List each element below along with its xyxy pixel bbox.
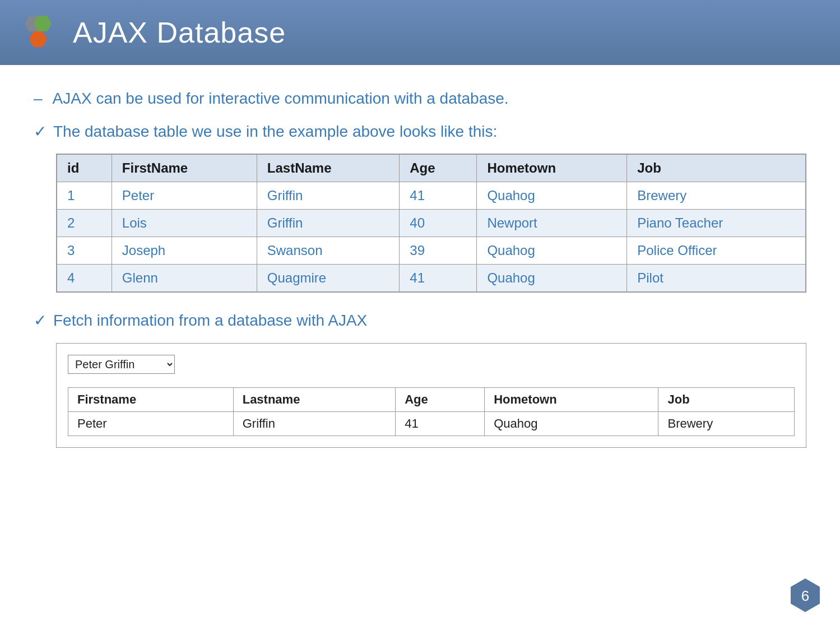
demo-table-row: PeterGriffin41QuahogBrewery (68, 411, 795, 436)
demo-table-cell: Peter (68, 411, 234, 436)
col-id: id (57, 155, 112, 182)
dash-icon: – (34, 87, 43, 109)
logo-icon (17, 10, 62, 55)
demo-col-lastname: Lastname (233, 387, 395, 411)
table-cell: Griffin (257, 210, 400, 237)
check-icon-2: ✓ (34, 309, 47, 331)
bullet-3: ✓ Fetch information from a database with… (34, 309, 806, 331)
demo-header-row: Firstname Lastname Age Hometown Job (68, 387, 795, 411)
table-row: 2LoisGriffin40NewportPiano Teacher (57, 210, 806, 237)
table-cell: Quahog (477, 182, 627, 210)
table-cell: Quahog (477, 237, 627, 265)
bullet-2-text: The database table we use in the example… (53, 121, 497, 142)
table-row: 1PeterGriffin41QuahogBrewery (57, 182, 806, 210)
table-cell: Quahog (477, 265, 627, 292)
demo-col-age: Age (396, 387, 485, 411)
table-cell: Piano Teacher (627, 210, 806, 237)
demo-col-firstname: Firstname (68, 387, 234, 411)
table-cell: Pilot (627, 265, 806, 292)
table-cell: Griffin (257, 182, 400, 210)
table-cell: 39 (400, 237, 477, 265)
main-content: – AJAX can be used for interactive commu… (0, 65, 840, 470)
table-cell: 4 (57, 265, 112, 292)
person-select[interactable]: Peter GriffinLois GriffinJoseph SwansonG… (68, 355, 175, 374)
check-icon-1: ✓ (34, 121, 47, 142)
table-cell: Quagmire (257, 265, 400, 292)
bullet-1: – AJAX can be used for interactive commu… (34, 87, 806, 109)
table-cell: Swanson (257, 237, 400, 265)
bullet-2: ✓ The database table we use in the examp… (34, 121, 806, 142)
slide-number-badge: 6 (787, 577, 823, 613)
bullet-1-text: AJAX can be used for interactive communi… (53, 87, 509, 109)
table-cell: Police Officer (627, 237, 806, 265)
demo-table-cell: 41 (396, 411, 485, 436)
main-table-wrapper: id FirstName LastName Age Hometown Job 1… (56, 154, 806, 293)
col-age: Age (400, 155, 477, 182)
header: AJAX Database (0, 0, 840, 65)
table-cell: Newport (477, 210, 627, 237)
table-header-row: id FirstName LastName Age Hometown Job (57, 155, 806, 182)
demo-table-cell: Griffin (233, 411, 395, 436)
slide-number-text: 6 (801, 587, 809, 604)
table-cell: Brewery (627, 182, 806, 210)
main-table: id FirstName LastName Age Hometown Job 1… (57, 154, 806, 292)
table-cell: 40 (400, 210, 477, 237)
table-cell: 41 (400, 182, 477, 210)
table-cell: Joseph (112, 237, 257, 265)
demo-box: Peter GriffinLois GriffinJoseph SwansonG… (56, 343, 806, 448)
col-lastname: LastName (257, 155, 400, 182)
col-firstname: FirstName (112, 155, 257, 182)
demo-col-hometown: Hometown (485, 387, 658, 411)
table-cell: Lois (112, 210, 257, 237)
demo-col-job: Job (658, 387, 795, 411)
demo-table-cell: Brewery (658, 411, 795, 436)
table-cell: 2 (57, 210, 112, 237)
demo-table-cell: Quahog (485, 411, 658, 436)
table-cell: Peter (112, 182, 257, 210)
col-hometown: Hometown (477, 155, 627, 182)
table-row: 4GlennQuagmire41QuahogPilot (57, 265, 806, 292)
table-cell: 3 (57, 237, 112, 265)
table-cell: Glenn (112, 265, 257, 292)
table-cell: 41 (400, 265, 477, 292)
demo-table: Firstname Lastname Age Hometown Job Pete… (68, 387, 795, 436)
bullet-3-text: Fetch information from a database with A… (53, 309, 367, 331)
table-cell: 1 (57, 182, 112, 210)
page-title: AJAX Database (73, 16, 286, 49)
select-row: Peter GriffinLois GriffinJoseph SwansonG… (68, 355, 795, 374)
svg-marker-2 (29, 31, 47, 47)
table-row: 3JosephSwanson39QuahogPolice Officer (57, 237, 806, 265)
col-job: Job (627, 155, 806, 182)
